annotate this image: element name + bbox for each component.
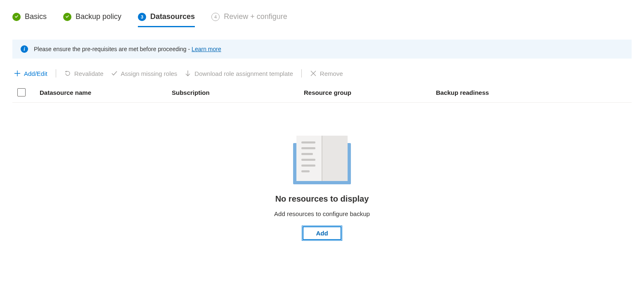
cmd-label: Remove (320, 70, 343, 77)
cmd-label: Add/Edit (24, 70, 47, 77)
info-banner: i Please ensure the pre-requisites are m… (12, 40, 632, 59)
wizard-stepper: Basics Backup policy 3 Datasources 4 Rev… (12, 12, 632, 35)
revalidate-button[interactable]: Revalidate (64, 70, 104, 77)
checkmark-icon (63, 13, 71, 21)
info-banner-message: Please ensure the pre-requisites are met… (34, 46, 192, 52)
svg-rect-2 (322, 136, 348, 181)
column-subscription[interactable]: Subscription (172, 89, 304, 96)
command-bar: Add/Edit Revalidate Assign missing roles… (12, 69, 632, 78)
step-number-icon: 4 (211, 13, 220, 21)
add-edit-button[interactable]: Add/Edit (14, 70, 47, 77)
book-icon (293, 132, 351, 185)
checkmark-icon (111, 70, 118, 77)
step-number-icon: 3 (138, 13, 146, 21)
column-backup-readiness[interactable]: Backup readiness (436, 89, 629, 96)
svg-rect-8 (301, 170, 310, 172)
step-datasources[interactable]: 3 Datasources (138, 12, 195, 27)
separator (301, 69, 302, 78)
svg-rect-5 (301, 153, 313, 155)
remove-button[interactable]: Remove (310, 70, 343, 77)
column-resource-group[interactable]: Resource group (304, 89, 436, 96)
svg-rect-6 (301, 159, 315, 161)
step-review-configure[interactable]: 4 Review + configure (211, 12, 287, 27)
table-header: Datasource name Subscription Resource gr… (12, 81, 632, 103)
svg-rect-7 (301, 165, 315, 167)
step-label: Basics (25, 12, 47, 21)
empty-state-subtitle: Add resources to configure backup (274, 210, 370, 217)
svg-rect-4 (301, 147, 315, 149)
step-label: Backup policy (76, 12, 121, 21)
plus-icon (14, 70, 21, 77)
cmd-label: Revalidate (74, 70, 104, 77)
download-template-button[interactable]: Download role assignment template (185, 70, 293, 77)
cmd-label: Assign missing roles (121, 70, 178, 77)
info-icon: i (21, 45, 28, 53)
download-icon (185, 70, 191, 77)
checkmark-icon (12, 13, 21, 21)
svg-rect-3 (301, 141, 315, 143)
step-basics[interactable]: Basics (12, 12, 47, 27)
empty-state: No resources to display Add resources to… (12, 132, 632, 240)
add-button[interactable]: Add (303, 226, 341, 240)
cmd-label: Download role assignment template (194, 70, 293, 77)
info-banner-text: Please ensure the pre-requisites are met… (34, 46, 221, 52)
close-icon (310, 70, 317, 77)
refresh-icon (64, 70, 71, 77)
step-backup-policy[interactable]: Backup policy (63, 12, 121, 27)
step-label: Review + configure (224, 12, 287, 21)
learn-more-link[interactable]: Learn more (192, 46, 221, 52)
select-all-cell (15, 88, 40, 96)
select-all-checkbox[interactable] (17, 88, 26, 96)
empty-state-title: No resources to display (275, 194, 369, 204)
assign-missing-roles-button[interactable]: Assign missing roles (111, 70, 178, 77)
column-datasource-name[interactable]: Datasource name (40, 89, 172, 96)
separator (56, 69, 56, 78)
step-label: Datasources (150, 12, 195, 21)
